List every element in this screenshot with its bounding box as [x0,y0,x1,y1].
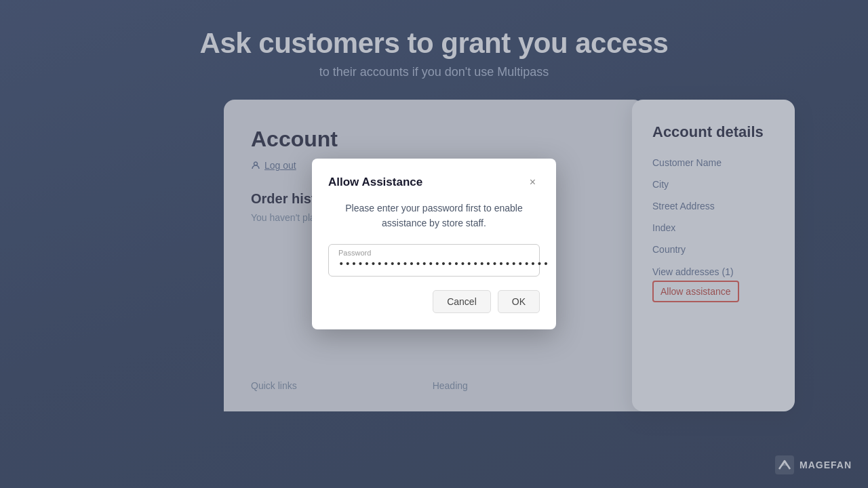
modal-header: Allow Assistance × [328,175,540,190]
password-label: Password [338,249,371,257]
password-value: ••••••••••••••••••••••••••••••••• [338,258,530,269]
modal-close-button[interactable]: × [526,175,540,190]
modal-title: Allow Assistance [328,176,422,189]
cancel-button[interactable]: Cancel [433,290,491,313]
modal-overlay: Allow Assistance × Please enter your pas… [0,0,868,488]
password-field-wrapper[interactable]: Password •••••••••••••••••••••••••••••••… [328,244,540,277]
modal-description: Please enter your password first to enab… [328,201,540,231]
allow-assistance-modal: Allow Assistance × Please enter your pas… [312,159,556,330]
ok-button[interactable]: OK [498,290,540,313]
modal-actions: Cancel OK [328,290,540,313]
modal-body: Please enter your password first to enab… [328,201,540,231]
